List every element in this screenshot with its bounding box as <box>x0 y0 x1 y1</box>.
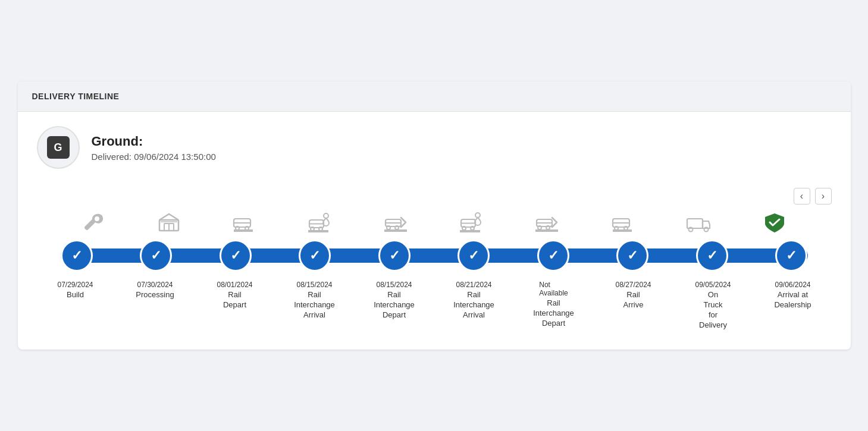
label-rail-interchange-depart2: NotAvailable RailInterchangeDepart <box>515 281 593 331</box>
nav-arrows: ‹ › <box>37 188 832 205</box>
delivery-text: Ground: Delivered: 09/06/2024 13:50:00 <box>92 134 216 162</box>
rail-location2-icon <box>459 212 485 233</box>
svg-point-27 <box>471 226 474 230</box>
label-name-5: RailInterchangeArrival <box>453 290 494 320</box>
checkpoint-0: ✓ <box>61 240 93 272</box>
checkpoint-4: ✓ <box>378 240 411 272</box>
label-name-1: Processing <box>136 290 174 300</box>
label-name-2: RailDepart <box>223 290 246 310</box>
delivery-info: G Ground: Delivered: 09/06/2024 13:50:00 <box>37 126 832 169</box>
label-name-0: Build <box>67 290 84 300</box>
icon-processing <box>136 212 202 233</box>
label-date-1: 07/30/2024 <box>137 281 173 289</box>
progress-row: ✓ ✓ ✓ ✓ ✓ ✓ ✓ ✓ ✓ ✓ <box>37 238 832 273</box>
rail-icon <box>231 212 258 233</box>
label-name-7: RailArrive <box>623 290 644 310</box>
delivery-subtitle: Delivered: 09/06/2024 13:50:00 <box>92 152 216 162</box>
icon-rail-interchange-arrival1 <box>287 212 353 233</box>
checkpoint-9: ✓ <box>775 240 807 272</box>
label-build: 07/29/2024 Build <box>37 281 114 331</box>
label-rail-interchange-arrival2: 08/21/2024 RailInterchangeArrival <box>435 281 513 331</box>
label-rail-interchange-arrival1: 08/15/2024 RailInterchangeArrival <box>276 281 353 331</box>
checkpoint-2: ✓ <box>220 240 252 272</box>
svg-point-26 <box>462 226 466 230</box>
label-date-3: 08/15/2024 <box>296 281 332 289</box>
icon-truck <box>666 212 732 233</box>
rail-arrow2-icon <box>534 212 560 233</box>
svg-rect-42 <box>687 219 703 228</box>
checkpoint-8: ✓ <box>696 240 728 272</box>
checkpoints-row: ✓ ✓ ✓ ✓ ✓ ✓ ✓ ✓ ✓ ✓ <box>37 238 832 273</box>
label-date-2: 08/01/2024 <box>217 281 252 289</box>
label-name-3: RailInterchangeArrival <box>294 290 335 320</box>
delivery-timeline-card: DELIVERY TIMELINE G Ground: Delivered: 0… <box>18 81 851 350</box>
svg-point-19 <box>387 226 390 229</box>
label-name-6: RailInterchangeDepart <box>533 298 574 329</box>
label-date-4: 08/15/2024 <box>376 281 412 289</box>
rail-arrow-icon <box>383 212 409 233</box>
rail-location-icon <box>307 212 333 233</box>
svg-point-32 <box>538 226 541 229</box>
checkpoint-3: ✓ <box>299 240 331 272</box>
timeline-wrapper: ✓ ✓ ✓ ✓ ✓ ✓ ✓ ✓ ✓ ✓ 07/29/2024 Build <box>37 212 832 331</box>
label-name-8: OnTruckforDelivery <box>699 290 727 331</box>
label-name-9: Arrival atDealership <box>774 290 811 310</box>
icons-row <box>37 212 832 233</box>
rail2-icon <box>610 212 637 233</box>
label-date-8: 09/05/2024 <box>695 281 731 289</box>
card-header: DELIVERY TIMELINE <box>18 81 851 112</box>
icon-rail-interchange-depart2 <box>515 212 580 233</box>
label-date-0: 07/29/2024 <box>57 281 93 289</box>
label-arrival-dealership: 09/06/2024 Arrival atDealership <box>754 281 832 331</box>
avatar-circle: G <box>37 126 80 169</box>
label-date-6: NotAvailable <box>539 281 568 297</box>
label-processing: 07/30/2024 Processing <box>117 281 194 331</box>
avatar: G <box>47 136 70 159</box>
icon-rail-interchange-arrival2 <box>439 212 504 233</box>
icon-rail-depart <box>212 212 277 233</box>
label-name-4: RailInterchangeDepart <box>374 290 415 320</box>
icon-build <box>61 212 126 233</box>
labels-row: 07/29/2024 Build 07/30/2024 Processing 0… <box>37 281 832 331</box>
label-date-5: 08/21/2024 <box>456 281 491 289</box>
truck-icon <box>686 212 712 233</box>
garage-icon <box>156 212 182 233</box>
delivery-title: Ground: <box>92 134 216 149</box>
label-on-truck: 09/05/2024 OnTruckforDelivery <box>675 281 752 331</box>
label-rail-depart: 08/01/2024 RailDepart <box>196 281 274 331</box>
icon-rail-interchange-depart1 <box>364 212 429 233</box>
prev-button[interactable]: ‹ <box>794 188 810 205</box>
label-date-9: 09/06/2024 <box>775 281 810 289</box>
icon-rail-arrive <box>591 212 656 233</box>
wrench-icon <box>80 212 106 233</box>
checkpoint-1: ✓ <box>140 240 172 272</box>
header-title: DELIVERY TIMELINE <box>32 92 120 101</box>
label-rail-interchange-depart1: 08/15/2024 RailInterchangeDepart <box>356 281 433 331</box>
checkpoint-5: ✓ <box>457 240 490 272</box>
label-date-7: 08/27/2024 <box>615 281 651 289</box>
checkpoint-7: ✓ <box>616 240 648 272</box>
card-body: G Ground: Delivered: 09/06/2024 13:50:00… <box>18 112 851 350</box>
svg-point-33 <box>546 226 550 229</box>
checkpoint-6: ✓ <box>537 240 569 272</box>
label-rail-arrive: 08/27/2024 RailArrive <box>595 281 672 331</box>
next-button[interactable]: › <box>815 188 832 205</box>
shield-check-icon <box>762 212 788 233</box>
svg-point-20 <box>395 226 399 229</box>
icon-shield-check <box>742 212 807 233</box>
